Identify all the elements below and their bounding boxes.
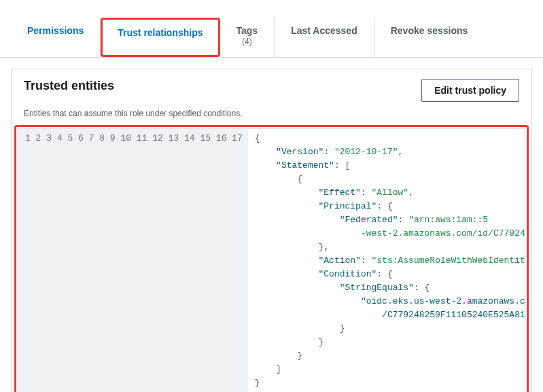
trust-policy-code: 1 2 3 4 5 6 7 8 9 10 11 12 13 14 15 16 1…: [18, 128, 525, 392]
tab-revoke-sessions[interactable]: Revoke sessions: [374, 18, 485, 57]
panel-title: Trusted entities: [24, 79, 114, 93]
tab-trust-relationships[interactable]: Trust relationships: [101, 18, 220, 57]
code-highlight: 1 2 3 4 5 6 7 8 9 10 11 12 13 14 15 16 1…: [14, 125, 529, 392]
tab-tags[interactable]: Tags (4): [220, 18, 275, 57]
trusted-entities-panel: Trusted entities Edit trust policy Entit…: [11, 69, 532, 392]
edit-trust-policy-button[interactable]: Edit trust policy: [421, 79, 519, 102]
tab-permissions[interactable]: Permissions: [11, 18, 101, 57]
panel-header: Trusted entities Edit trust policy: [12, 69, 531, 109]
code-gutter: 1 2 3 4 5 6 7 8 9 10 11 12 13 14 15 16 1…: [18, 129, 248, 392]
panel-subtitle: Entities that can assume this role under…: [12, 109, 531, 125]
tab-last-accessed[interactable]: Last Accessed: [275, 18, 374, 57]
code-content: { "Version": "2012-10-17", "Statement": …: [248, 129, 525, 392]
tabs-bar: Permissions Trust relationships Tags (4)…: [0, 0, 543, 58]
tab-tags-label: Tags: [237, 25, 258, 36]
tab-tags-count: (4): [237, 37, 258, 48]
